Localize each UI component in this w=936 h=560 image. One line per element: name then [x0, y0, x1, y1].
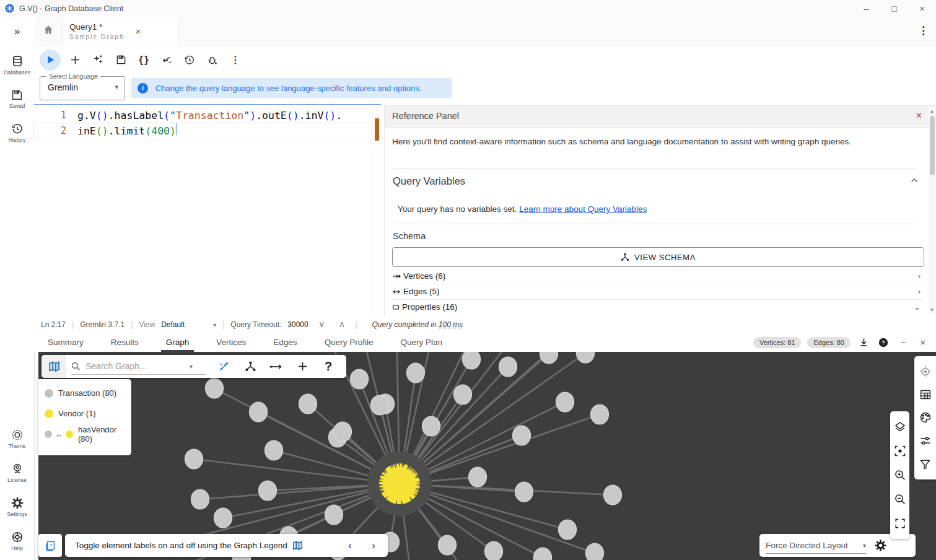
- tab-graph[interactable]: Graph: [152, 333, 203, 352]
- transaction-node[interactable]: [534, 548, 552, 560]
- transaction-node[interactable]: [604, 485, 622, 505]
- center-graph-button[interactable]: [892, 443, 908, 459]
- zoom-out-button[interactable]: [892, 491, 908, 507]
- transaction-node[interactable]: [577, 352, 595, 363]
- transaction-node[interactable]: [371, 395, 389, 415]
- transaction-node[interactable]: [259, 481, 277, 501]
- graph-visualization[interactable]: ▾ ? Transaction (80) Ven: [38, 352, 936, 560]
- transaction-node[interactable]: [214, 508, 232, 528]
- graph-search-input[interactable]: [84, 361, 186, 372]
- transaction-node[interactable]: [206, 378, 224, 398]
- transaction-node[interactable]: [191, 489, 209, 509]
- download-results-button[interactable]: [857, 338, 870, 347]
- graph-canvas[interactable]: [38, 352, 936, 560]
- reference-panel-scrollbar[interactable]: ▲ ▼: [929, 107, 935, 314]
- reference-panel-close-icon[interactable]: ×: [916, 110, 922, 121]
- transaction-node[interactable]: [422, 416, 440, 436]
- layout-select[interactable]: Force Directed Layout ▾: [766, 537, 866, 554]
- locate-button[interactable]: [917, 364, 934, 380]
- tab-edges[interactable]: Edges: [260, 333, 310, 352]
- sidebar-item-license[interactable]: License: [0, 463, 34, 483]
- sidebar-item-theme[interactable]: Theme: [0, 429, 34, 449]
- transaction-node[interactable]: [586, 543, 604, 560]
- schema-row-vertices[interactable]: Vertices (6) ›: [392, 268, 923, 284]
- new-query-button[interactable]: [66, 51, 84, 69]
- home-button[interactable]: [43, 24, 54, 35]
- graph-help-button[interactable]: ?: [315, 355, 341, 378]
- goto-button[interactable]: [158, 51, 175, 69]
- transaction-node[interactable]: [559, 520, 577, 540]
- language-select[interactable]: Select Language Gremlin ▾: [40, 76, 125, 100]
- transaction-node[interactable]: [499, 357, 517, 377]
- schema-row-edges[interactable]: Edges (5) ›: [392, 284, 923, 300]
- filter-button[interactable]: [917, 456, 934, 472]
- transaction-node[interactable]: [591, 405, 609, 424]
- legend-item-vendor[interactable]: Vendor (1): [38, 403, 131, 424]
- transaction-node[interactable]: [265, 440, 283, 460]
- graph-hierarchy-button[interactable]: [237, 355, 263, 378]
- vendor-node[interactable]: [379, 463, 420, 504]
- transaction-node[interactable]: [185, 449, 203, 469]
- transaction-node[interactable]: [463, 352, 481, 369]
- hint-previous-button[interactable]: ‹: [341, 540, 359, 551]
- query-history-button[interactable]: [181, 51, 198, 69]
- sidebar-item-databases[interactable]: Databases: [0, 55, 34, 76]
- sidebar-expand-button[interactable]: »: [0, 25, 34, 38]
- graph-style-button[interactable]: [211, 355, 237, 378]
- transaction-node[interactable]: [439, 535, 457, 555]
- sidebar-item-settings[interactable]: Settings: [0, 497, 34, 517]
- save-query-button[interactable]: [112, 51, 129, 69]
- close-results-icon[interactable]: ×: [916, 337, 930, 348]
- schema-row-properties[interactable]: Properties (16) ⌄: [392, 299, 923, 315]
- tab-query-plan[interactable]: Query Plan: [387, 333, 456, 352]
- query-timeout-value[interactable]: 30000: [287, 320, 308, 329]
- transaction-node[interactable]: [513, 426, 531, 445]
- legend-item-transaction[interactable]: Transaction (80): [38, 383, 131, 403]
- tab-query1[interactable]: Query1 * Sample Graph ×: [63, 17, 178, 46]
- display-settings-button[interactable]: [917, 433, 934, 449]
- scrollbar-thumb[interactable]: [930, 116, 935, 175]
- debug-button[interactable]: [204, 51, 221, 69]
- view-select[interactable]: Default ▾: [161, 320, 216, 329]
- window-maximize-button[interactable]: □: [880, 0, 908, 17]
- query-variables-link[interactable]: Learn more about Query Variables: [519, 204, 647, 214]
- help-button[interactable]: ?: [877, 338, 890, 348]
- transaction-node[interactable]: [485, 541, 503, 560]
- ai-assistant-button[interactable]: [89, 51, 107, 69]
- graph-add-button[interactable]: [289, 355, 315, 378]
- code-editor[interactable]: 1g.V().hasLabel("Transaction").outE().in…: [34, 104, 381, 317]
- transaction-node[interactable]: [407, 363, 425, 383]
- transaction-node[interactable]: [469, 467, 487, 487]
- code-line[interactable]: 2inE().limit(400): [34, 123, 372, 139]
- view-schema-button[interactable]: VIEW SCHEMA: [392, 247, 924, 267]
- legend-item-hasvendor[interactable]: ↔ hasVendor (80): [38, 424, 131, 444]
- tips-button[interactable]: ?: [38, 534, 62, 557]
- chevron-down-icon[interactable]: ▾: [190, 363, 193, 370]
- scroll-up-icon[interactable]: ▲: [929, 108, 935, 114]
- tab-results[interactable]: Results: [97, 333, 152, 352]
- tab-query-profile[interactable]: Query Profile: [311, 333, 387, 352]
- timeout-decrease-icon[interactable]: ᐯ: [315, 322, 329, 328]
- tab-vertices[interactable]: Vertices: [203, 333, 260, 352]
- transaction-node[interactable]: [454, 385, 472, 405]
- graph-legend-toggle-button[interactable]: [42, 355, 66, 378]
- scroll-down-icon[interactable]: ▼: [929, 307, 935, 313]
- tabbar-menu-icon[interactable]: ⋮: [918, 24, 929, 37]
- run-query-button[interactable]: [40, 50, 61, 71]
- toolbar-more-menu-icon[interactable]: ⋮: [227, 51, 244, 69]
- window-minimize-button[interactable]: –: [852, 0, 880, 17]
- tab-summary[interactable]: Summary: [34, 333, 97, 352]
- transaction-node[interactable]: [540, 352, 558, 364]
- transaction-node[interactable]: [334, 422, 352, 442]
- editor-scrollbar[interactable]: [372, 105, 381, 315]
- code-line[interactable]: 1g.V().hasLabel("Transaction").outE().in…: [34, 108, 372, 123]
- sidebar-item-history[interactable]: History: [0, 123, 34, 143]
- layers-button[interactable]: [892, 419, 908, 435]
- transaction-node[interactable]: [325, 505, 343, 525]
- collapse-chevron-icon[interactable]: [911, 178, 918, 183]
- transaction-node[interactable]: [351, 369, 369, 389]
- tab-close-icon[interactable]: ×: [135, 26, 141, 37]
- fullscreen-button[interactable]: [892, 515, 908, 532]
- timeout-increase-icon[interactable]: ᐱ: [335, 322, 349, 328]
- transaction-node[interactable]: [515, 482, 533, 502]
